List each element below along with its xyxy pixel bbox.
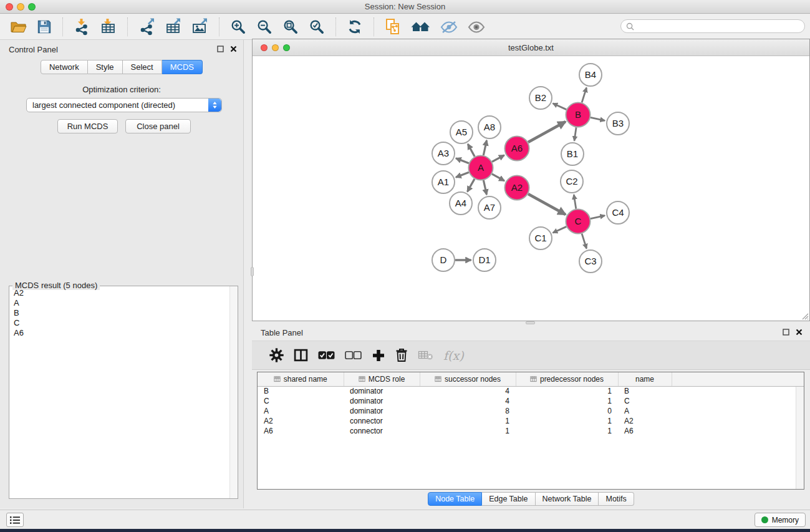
graph-node[interactable]: C3 <box>579 250 602 273</box>
graph-node[interactable]: A1 <box>432 171 455 193</box>
table-cell[interactable]: connector <box>344 426 420 436</box>
graph-node[interactable]: C <box>566 210 591 234</box>
graph-node[interactable]: B4 <box>579 64 602 86</box>
table-cell[interactable]: dominator <box>344 396 420 406</box>
table-scrollbar[interactable] <box>796 387 804 489</box>
column-header[interactable]: shared name <box>258 372 344 386</box>
minimize-window-button[interactable] <box>17 3 24 11</box>
zoom-window-button[interactable] <box>28 3 36 11</box>
refresh-button[interactable] <box>344 17 365 36</box>
list-item[interactable]: C <box>10 318 229 328</box>
table-cell[interactable]: 0 <box>516 406 618 416</box>
column-header[interactable]: MCDS role <box>344 372 420 386</box>
split-handle[interactable] <box>251 267 254 276</box>
graph-edge[interactable] <box>574 195 576 209</box>
network-minimize-button[interactable] <box>272 44 279 51</box>
columns-button[interactable] <box>294 349 308 362</box>
gear-button[interactable] <box>269 348 284 362</box>
table-row[interactable]: Bdominator41B <box>258 386 804 396</box>
table-cell[interactable]: 1 <box>516 396 618 406</box>
home-button[interactable] <box>408 18 433 36</box>
graph-node[interactable]: C2 <box>561 170 583 193</box>
hide-glyphs-button[interactable] <box>438 19 460 36</box>
graph-edge[interactable] <box>582 88 587 103</box>
table-row[interactable]: A2connector11A2 <box>258 416 804 426</box>
graph-edge[interactable] <box>456 158 469 163</box>
graph-edge[interactable] <box>492 155 504 162</box>
table-cell[interactable]: C <box>618 396 672 406</box>
table-cell[interactable]: C <box>258 396 344 406</box>
graph-node[interactable]: A <box>469 156 493 180</box>
graph-edge[interactable] <box>553 104 567 110</box>
graph-node[interactable]: D <box>432 249 455 271</box>
new-network-from-selection-button[interactable] <box>382 17 403 37</box>
memory-button[interactable]: Memory <box>755 513 806 527</box>
graph-node[interactable]: A4 <box>450 192 472 215</box>
table-cell[interactable]: 1 <box>516 386 618 396</box>
graph-node[interactable]: C1 <box>529 227 552 249</box>
table-cell[interactable]: dominator <box>344 386 420 396</box>
graph-edge[interactable] <box>591 117 605 120</box>
list-item[interactable]: A6 <box>10 328 229 338</box>
table-cell[interactable]: 4 <box>420 386 516 396</box>
save-button[interactable] <box>34 18 54 36</box>
graph-edge[interactable] <box>528 122 566 142</box>
zoom-in-button[interactable] <box>228 17 249 36</box>
table-cell[interactable]: dominator <box>344 406 420 416</box>
graph-node[interactable]: A3 <box>432 142 455 165</box>
graph-edge[interactable] <box>574 127 576 140</box>
graph-node[interactable]: B2 <box>529 87 552 109</box>
table-cell[interactable]: connector <box>344 416 420 426</box>
table-cell[interactable]: 1 <box>516 426 618 436</box>
tab-mcds[interactable]: MCDS <box>162 60 203 74</box>
table-cell[interactable]: 8 <box>420 406 516 416</box>
graph-edge[interactable] <box>468 179 475 191</box>
graph-node[interactable]: D1 <box>473 249 496 271</box>
column-header[interactable]: name <box>618 372 672 386</box>
graph-node[interactable]: A5 <box>450 121 473 143</box>
graph-node[interactable]: A6 <box>505 137 529 161</box>
graph-edge[interactable] <box>483 180 486 195</box>
column-header[interactable]: predecessor nodes <box>516 372 618 386</box>
float-panel-icon[interactable] <box>783 329 789 336</box>
show-glyphs-button[interactable] <box>465 19 488 36</box>
table-cell[interactable]: A6 <box>258 426 344 436</box>
zoom-out-button[interactable] <box>254 17 275 36</box>
network-close-button[interactable] <box>261 44 268 51</box>
graph-edge[interactable] <box>483 140 486 155</box>
table-cell[interactable]: A6 <box>618 426 672 436</box>
graph-node[interactable]: B <box>566 103 591 127</box>
table-cell[interactable]: 1 <box>516 416 618 426</box>
run-mcds-button[interactable]: Run MCDS <box>57 119 118 133</box>
graph-edge[interactable] <box>591 216 605 219</box>
table-cell[interactable]: A <box>258 406 344 416</box>
add-row-button[interactable] <box>372 349 385 362</box>
close-panel-icon[interactable] <box>230 46 237 52</box>
import-network-button[interactable] <box>71 17 92 37</box>
network-zoom-button[interactable] <box>283 44 290 51</box>
export-network-button[interactable] <box>136 17 157 37</box>
close-panel-icon[interactable] <box>796 329 803 336</box>
graph-node[interactable]: A8 <box>478 116 501 138</box>
table-row[interactable]: Adominator80A <box>258 406 804 416</box>
graph-node[interactable]: B1 <box>561 143 584 165</box>
tab-network[interactable]: Network <box>41 60 88 74</box>
list-item[interactable]: B <box>10 308 229 318</box>
graph-edge[interactable] <box>553 226 567 233</box>
graph-edge[interactable] <box>528 194 566 215</box>
list-item[interactable]: A2 <box>10 288 229 298</box>
export-image-button[interactable] <box>189 17 211 37</box>
table-row[interactable]: A6connector11A6 <box>258 426 804 436</box>
table-cell[interactable]: A <box>618 406 672 416</box>
table-cell[interactable]: A2 <box>618 416 672 426</box>
delete-row-button[interactable] <box>395 348 408 362</box>
tab-node-table[interactable]: Node Table <box>428 492 482 506</box>
result-scrollbar[interactable] <box>229 286 238 498</box>
table-cell[interactable]: 1 <box>420 416 516 426</box>
graph-edge[interactable] <box>582 234 587 249</box>
table-cell[interactable]: B <box>618 386 672 396</box>
table-cell[interactable]: 1 <box>420 426 516 436</box>
resize-grip-icon[interactable] <box>801 312 809 320</box>
tab-motifs[interactable]: Motifs <box>599 492 634 506</box>
panel-menu-button[interactable] <box>6 513 24 527</box>
